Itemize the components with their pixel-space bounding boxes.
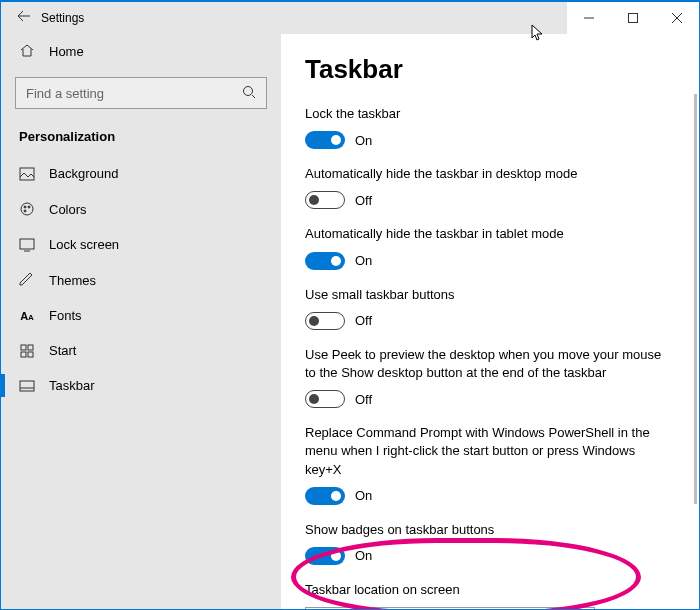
start-icon <box>19 344 35 358</box>
toggle-state: Off <box>355 392 372 407</box>
sidebar-item-fonts[interactable]: AA Fonts <box>15 298 267 333</box>
minimize-button[interactable] <box>567 2 611 34</box>
sidebar-item-colors[interactable]: Colors <box>15 191 267 227</box>
category-label: Personalization <box>15 129 267 156</box>
maximize-button[interactable] <box>611 2 655 34</box>
sidebar-item-label: Colors <box>49 202 87 217</box>
sidebar-item-label: Start <box>49 343 76 358</box>
setting-peek: Use Peek to preview the desktop when you… <box>305 346 689 408</box>
toggle-powershell[interactable] <box>305 487 345 505</box>
page-title: Taskbar <box>305 54 689 85</box>
setting-powershell: Replace Command Prompt with Windows Powe… <box>305 424 689 505</box>
palette-icon <box>19 201 35 217</box>
setting-label: Automatically hide the taskbar in deskto… <box>305 165 689 183</box>
toggle-state: On <box>355 133 372 148</box>
toggle-autohide-tablet[interactable] <box>305 252 345 270</box>
toggle-lock-taskbar[interactable] <box>305 131 345 149</box>
svg-rect-2 <box>20 168 34 180</box>
toggle-state: On <box>355 548 372 563</box>
sidebar-item-label: Taskbar <box>49 378 95 393</box>
svg-rect-11 <box>28 352 33 357</box>
sidebar-item-start[interactable]: Start <box>15 333 267 368</box>
window-controls <box>567 2 699 34</box>
sidebar-item-lockscreen[interactable]: Lock screen <box>15 227 267 262</box>
svg-rect-9 <box>28 345 33 350</box>
sidebar-item-background[interactable]: Background <box>15 156 267 191</box>
setting-autohide-desktop: Automatically hide the taskbar in deskto… <box>305 165 689 209</box>
setting-label: Taskbar location on screen <box>305 581 689 599</box>
svg-point-1 <box>244 86 253 95</box>
close-button[interactable] <box>655 2 699 34</box>
sidebar-item-label: Themes <box>49 273 96 288</box>
sidebar: Home Find a setting Personalization Back… <box>1 34 281 609</box>
window-title: Settings <box>33 11 84 25</box>
svg-rect-12 <box>20 381 34 391</box>
setting-label: Lock the taskbar <box>305 105 689 123</box>
svg-point-5 <box>28 206 30 208</box>
setting-label: Automatically hide the taskbar in tablet… <box>305 225 689 243</box>
toggle-badges[interactable] <box>305 547 345 565</box>
svg-point-4 <box>24 206 26 208</box>
themes-icon <box>19 272 35 288</box>
svg-point-6 <box>24 210 26 212</box>
setting-label: Show badges on taskbar buttons <box>305 521 689 539</box>
search-placeholder: Find a setting <box>26 86 104 101</box>
home-icon <box>19 42 35 61</box>
sidebar-item-label: Background <box>49 166 118 181</box>
setting-label: Replace Command Prompt with Windows Powe… <box>305 424 665 479</box>
setting-lock-taskbar: Lock the taskbar On <box>305 105 689 149</box>
back-button[interactable] <box>1 9 33 27</box>
sidebar-item-label: Lock screen <box>49 237 119 252</box>
toggle-peek[interactable] <box>305 390 345 408</box>
toggle-autohide-desktop[interactable] <box>305 191 345 209</box>
fonts-icon: AA <box>19 310 35 322</box>
picture-icon <box>19 167 35 181</box>
main-panel: Taskbar Lock the taskbar On Automaticall… <box>281 34 699 609</box>
setting-autohide-tablet: Automatically hide the taskbar in tablet… <box>305 225 689 269</box>
toggle-state: On <box>355 253 372 268</box>
svg-rect-10 <box>21 352 26 357</box>
search-input[interactable]: Find a setting <box>15 77 267 109</box>
toggle-small-buttons[interactable] <box>305 312 345 330</box>
home-nav[interactable]: Home <box>15 34 267 77</box>
setting-small-buttons: Use small taskbar buttons Off <box>305 286 689 330</box>
setting-label: Use Peek to preview the desktop when you… <box>305 346 665 382</box>
taskbar-location-dropdown[interactable]: Bottom <box>305 607 595 609</box>
toggle-state: Off <box>355 193 372 208</box>
setting-badges: Show badges on taskbar buttons On <box>305 521 689 565</box>
lockscreen-icon <box>19 238 35 252</box>
svg-rect-0 <box>629 14 638 23</box>
svg-rect-8 <box>21 345 26 350</box>
search-icon <box>242 85 256 102</box>
sidebar-item-label: Fonts <box>49 308 82 323</box>
toggle-state: On <box>355 488 372 503</box>
setting-label: Use small taskbar buttons <box>305 286 689 304</box>
svg-rect-7 <box>20 239 34 249</box>
scrollbar[interactable] <box>694 94 697 504</box>
titlebar: Settings <box>1 2 699 34</box>
toggle-state: Off <box>355 313 372 328</box>
sidebar-item-taskbar[interactable]: Taskbar <box>15 368 267 403</box>
home-label: Home <box>49 44 84 59</box>
svg-point-3 <box>21 203 33 215</box>
sidebar-item-themes[interactable]: Themes <box>15 262 267 298</box>
taskbar-icon <box>19 380 35 392</box>
setting-location: Taskbar location on screen Bottom <box>305 581 689 609</box>
